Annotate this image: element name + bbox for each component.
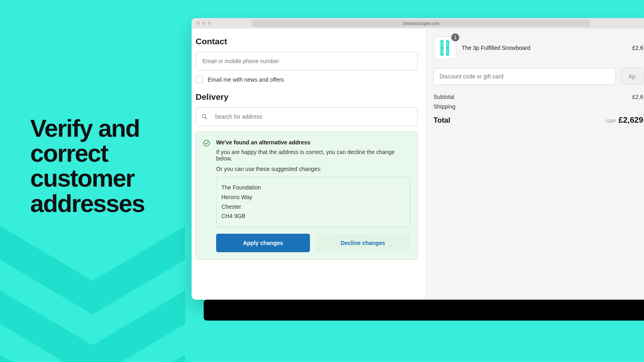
check-circle-icon — [202, 139, 211, 147]
order-summary: 1 The 3p Fulfilled Snowboard £2,6 Ap Sub… — [426, 29, 644, 300]
snowboard-icon — [439, 39, 451, 57]
hero-headline: Verify and correct customer addresses — [30, 116, 167, 216]
address-line: The Foundation — [221, 183, 405, 193]
zoom-dot-icon — [208, 22, 211, 25]
address-line: Chester — [221, 202, 405, 212]
discount-input[interactable] — [433, 68, 616, 85]
total-label: Total — [433, 116, 450, 125]
background-pattern — [0, 201, 185, 362]
svg-point-2 — [204, 140, 210, 146]
total-currency: GBP — [606, 119, 616, 123]
svg-point-7 — [442, 50, 443, 51]
suggestion-line-2: Or you can use these suggested changes: — [216, 166, 410, 172]
svg-point-9 — [447, 43, 448, 44]
quantity-badge: 1 — [451, 33, 459, 41]
svg-point-12 — [447, 52, 448, 53]
window-shadow — [204, 300, 644, 321]
svg-rect-3 — [440, 40, 444, 56]
svg-line-1 — [205, 117, 207, 119]
address-line: CH4 9GB — [221, 212, 405, 221]
apply-discount-button[interactable]: Ap — [621, 68, 643, 85]
browser-window: checkout.loqate.com Contact Email me wit… — [192, 18, 644, 300]
search-icon — [201, 113, 208, 120]
svg-rect-4 — [446, 40, 449, 56]
checkout-form: Contact Email me with news and offers De… — [192, 29, 426, 300]
svg-point-8 — [442, 52, 443, 53]
svg-point-11 — [447, 50, 448, 51]
contact-input[interactable] — [196, 52, 418, 70]
url-text: checkout.loqate.com — [402, 21, 440, 26]
shipping-label: Shipping — [433, 103, 456, 110]
subtotal-value: £2,6 — [632, 94, 643, 100]
suggestion-line-1: If you are happy that the address is cor… — [216, 149, 410, 162]
newsletter-checkbox[interactable] — [196, 76, 203, 83]
minimize-dot-icon — [202, 22, 205, 25]
address-suggestion-panel: We've found an alternative address If yo… — [196, 132, 418, 260]
address-bar[interactable]: checkout.loqate.com — [252, 20, 590, 27]
svg-point-10 — [447, 45, 448, 46]
address-search-input[interactable] — [196, 107, 418, 126]
newsletter-label: Email me with news and offers — [208, 76, 284, 83]
decline-changes-button[interactable]: Decline changes — [316, 234, 410, 252]
svg-point-6 — [442, 45, 443, 46]
suggested-address-card: The Foundation Herons Way Chester CH4 9G… — [216, 177, 410, 227]
total-value: £2,629 — [619, 115, 643, 124]
suggestion-title: We've found an alternative address — [216, 139, 410, 146]
delivery-heading: Delivery — [196, 92, 418, 102]
svg-point-5 — [442, 43, 443, 44]
browser-titlebar: checkout.loqate.com — [192, 18, 644, 29]
cart-item-name: The 3p Fulfilled Snowboard — [462, 45, 627, 51]
traffic-lights — [196, 22, 211, 25]
cart-item: 1 The 3p Fulfilled Snowboard £2,6 — [433, 37, 643, 59]
apply-changes-button[interactable]: Apply changes — [216, 234, 310, 252]
subtotal-label: Subtotal — [433, 94, 454, 100]
cart-item-price: £2,6 — [632, 45, 643, 51]
address-line: Herons Way — [221, 193, 405, 202]
contact-heading: Contact — [196, 37, 418, 46]
close-dot-icon — [196, 22, 200, 25]
